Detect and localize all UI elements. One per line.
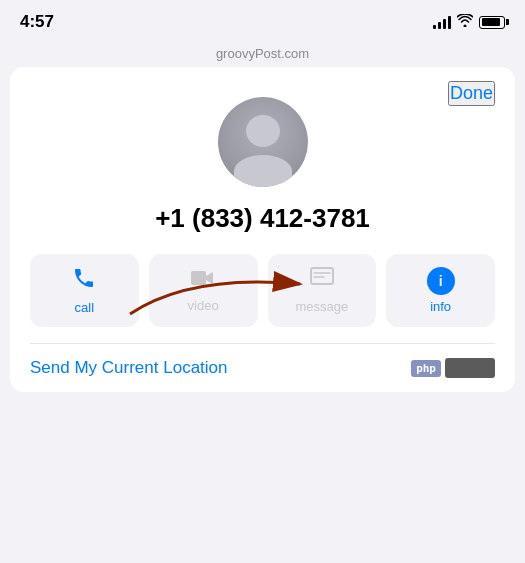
phone-frame: 4:57 groovyPost.com — [0, 0, 525, 563]
video-label: video — [188, 298, 219, 313]
done-button[interactable]: Done — [448, 81, 495, 106]
wifi-icon — [457, 14, 473, 30]
send-location-button[interactable]: Send My Current Location — [30, 358, 228, 378]
status-bar: 4:57 — [0, 0, 525, 44]
info-icon: i — [427, 267, 455, 295]
svg-rect-1 — [311, 268, 333, 284]
watermark: groovyPost.com — [0, 44, 525, 67]
call-icon — [72, 266, 96, 296]
phone-number: +1 (833) 412-3781 — [30, 203, 495, 254]
svg-rect-0 — [191, 271, 206, 285]
status-time: 4:57 — [20, 12, 54, 32]
video-button[interactable]: video — [149, 254, 258, 327]
avatar-head — [246, 115, 280, 147]
message-label: message — [296, 299, 349, 314]
battery-icon — [479, 16, 505, 29]
call-button[interactable]: call — [30, 254, 139, 327]
message-icon — [310, 267, 334, 295]
location-row: Send My Current Location php — [30, 343, 495, 392]
status-icons — [433, 14, 505, 30]
signal-icon — [433, 15, 451, 29]
message-button[interactable]: message — [268, 254, 377, 327]
info-label: info — [430, 299, 451, 314]
video-icon — [191, 268, 215, 294]
avatar-body — [234, 155, 292, 187]
php-badge: php — [411, 358, 495, 378]
main-card: Done +1 (833) 412-3781 call — [10, 67, 515, 392]
blurred-content — [445, 358, 495, 378]
info-button[interactable]: i info — [386, 254, 495, 327]
action-row: call video message — [30, 254, 495, 343]
bottom-area — [0, 392, 525, 412]
php-tag: php — [411, 360, 441, 377]
call-label: call — [75, 300, 95, 315]
avatar-container — [30, 87, 495, 203]
avatar — [218, 97, 308, 187]
